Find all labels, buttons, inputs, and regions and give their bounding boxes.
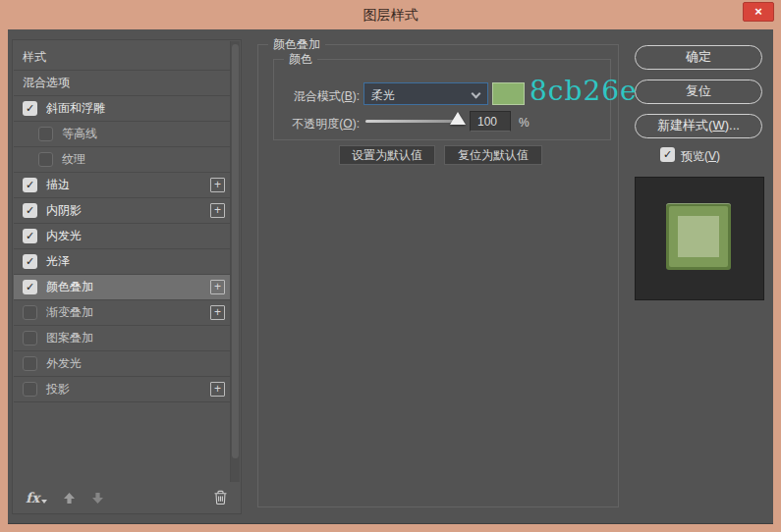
style-list: 样式 混合选项 ✓ 斜面和浮雕 等高线 纹理 ✓ [14, 45, 231, 402]
opacity-slider-thumb[interactable] [450, 112, 466, 125]
preview-shape-inner [678, 216, 719, 257]
sidebar-item-label: 斜面和浮雕 [46, 100, 105, 117]
subgroup-title: 颜色 [284, 52, 317, 66]
reset-default-button[interactable]: 复位为默认值 [444, 145, 542, 165]
add-instance-button[interactable]: + [210, 305, 225, 320]
close-icon: × [754, 4, 762, 19]
sidebar-item-inner-glow[interactable]: ✓ 内发光 [14, 224, 231, 249]
add-instance-button[interactable]: + [210, 203, 225, 218]
opacity-label: 不透明度(O): [273, 116, 360, 133]
delete-style-button[interactable] [213, 490, 228, 505]
sidebar-item-label: 渐变叠加 [46, 304, 93, 321]
sidebar-item-label: 描边 [46, 177, 70, 193]
fx-menu-button[interactable]: fx [26, 490, 47, 505]
close-button[interactable]: × [743, 2, 774, 22]
pattern-overlay-checkbox[interactable] [23, 331, 37, 346]
sidebar-item-inner-shadow[interactable]: ✓ 内阴影 + [14, 198, 231, 224]
sidebar-item-pattern-overlay[interactable]: 图案叠加 [14, 326, 231, 351]
sidebar-scrollbar[interactable] [230, 41, 240, 482]
gradient-overlay-checkbox[interactable] [23, 305, 37, 320]
sidebar-item-label: 颜色叠加 [46, 279, 93, 295]
caret-down-icon [41, 500, 47, 504]
ok-button[interactable]: 确定 [635, 45, 762, 70]
blend-mode-select[interactable]: 柔光 [363, 82, 488, 105]
preview-label: 预览(V) [681, 148, 720, 165]
scrollbar-thumb[interactable] [232, 44, 239, 458]
styles-sidebar: 样式 混合选项 ✓ 斜面和浮雕 等高线 纹理 ✓ [12, 39, 242, 514]
preview-shape-mid [669, 206, 728, 267]
outer-glow-checkbox[interactable] [23, 356, 37, 371]
sidebar-item-label: 外发光 [46, 355, 82, 372]
color-overlay-checkbox[interactable]: ✓ [23, 280, 37, 294]
texture-checkbox[interactable] [38, 152, 53, 167]
sidebar-item-bevel-emboss[interactable]: ✓ 斜面和浮雕 [14, 96, 231, 122]
inner-shadow-checkbox[interactable]: ✓ [23, 203, 37, 218]
opacity-slider[interactable] [365, 120, 462, 123]
blend-mode-value: 柔光 [371, 87, 395, 104]
preview-checkbox[interactable]: ✓ [660, 147, 675, 162]
sidebar-item-label: 纹理 [62, 151, 85, 168]
titlebar[interactable]: 图层样式 × [0, 0, 781, 29]
sidebar-item-outer-glow[interactable]: 外发光 [14, 351, 231, 377]
sidebar-item-label: 图案叠加 [46, 330, 93, 346]
inner-glow-checkbox[interactable]: ✓ [23, 229, 37, 243]
sidebar-item-texture[interactable]: 纹理 [14, 147, 231, 173]
color-hex-annotation: 8cb26e [530, 75, 638, 107]
sidebar-item-label: 光泽 [46, 253, 70, 270]
sidebar-item-drop-shadow[interactable]: 投影 + [14, 377, 231, 402]
opacity-unit: % [519, 116, 530, 130]
contour-checkbox[interactable] [38, 127, 53, 141]
group-title: 颜色叠加 [268, 37, 325, 51]
sidebar-item-label: 等高线 [62, 126, 97, 142]
preview-shape-outer [666, 203, 731, 270]
fx-icon: fx [26, 490, 39, 505]
sidebar-item-contour[interactable]: 等高线 [14, 122, 231, 147]
sidebar-item-satin[interactable]: ✓ 光泽 [14, 249, 231, 275]
trash-icon [213, 490, 228, 505]
move-down-button[interactable] [91, 492, 104, 505]
chevron-down-icon [472, 89, 481, 99]
blend-mode-label: 混合模式(B): [273, 88, 360, 105]
arrow-down-icon [91, 492, 104, 505]
sidebar-item-label: 内发光 [46, 228, 82, 244]
sidebar-item-gradient-overlay[interactable]: 渐变叠加 + [14, 300, 231, 326]
drop-shadow-checkbox[interactable] [23, 382, 37, 397]
satin-checkbox[interactable]: ✓ [23, 254, 37, 269]
bevel-emboss-checkbox[interactable]: ✓ [23, 101, 37, 116]
sidebar-item-color-overlay[interactable]: ✓ 颜色叠加 + [14, 275, 231, 300]
dialog-title: 图层样式 [0, 7, 781, 25]
opacity-input[interactable] [470, 111, 511, 132]
add-instance-button[interactable]: + [210, 178, 225, 192]
sidebar-item-label: 混合选项 [23, 75, 70, 91]
stroke-checkbox[interactable]: ✓ [23, 178, 37, 192]
layer-style-dialog: 图层样式 × 样式 混合选项 ✓ 斜面和浮雕 等高线 [0, 0, 781, 532]
sidebar-footer: fx [14, 483, 240, 512]
add-instance-button[interactable]: + [210, 280, 225, 294]
dialog-content: 样式 混合选项 ✓ 斜面和浮雕 等高线 纹理 ✓ [8, 29, 773, 524]
arrow-up-icon [63, 492, 76, 505]
new-style-button[interactable]: 新建样式(W)... [635, 114, 762, 138]
move-up-button[interactable] [63, 492, 76, 505]
set-default-button[interactable]: 设置为默认值 [339, 145, 435, 165]
sidebar-item-styles[interactable]: 样式 [14, 45, 231, 71]
sidebar-item-blending-options[interactable]: 混合选项 [14, 71, 231, 96]
sidebar-item-stroke[interactable]: ✓ 描边 + [14, 173, 231, 198]
sidebar-item-label: 内阴影 [46, 202, 82, 219]
sidebar-item-label: 投影 [46, 381, 70, 398]
add-instance-button[interactable]: + [210, 382, 225, 397]
style-preview-thumbnail [635, 177, 764, 300]
sidebar-item-label: 样式 [23, 49, 46, 66]
reset-button[interactable]: 复位 [635, 80, 762, 104]
blend-color-swatch[interactable] [492, 82, 525, 105]
